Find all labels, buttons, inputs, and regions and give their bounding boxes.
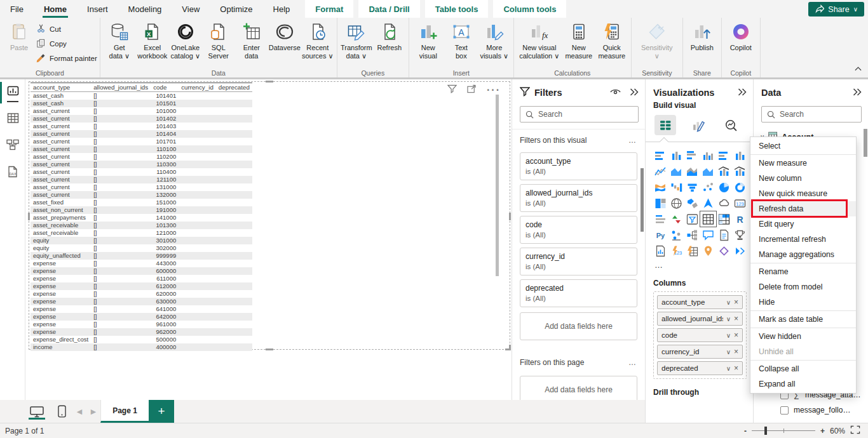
filters-visual-more-icon[interactable]: … [628, 136, 637, 145]
menu-item-refresh-data[interactable]: Refresh data [750, 201, 856, 216]
cut-button[interactable]: Cut [36, 23, 97, 36]
resize-handle-left[interactable] [28, 213, 30, 220]
kpi-icon[interactable] [669, 212, 684, 226]
new-visual-button[interactable]: Newvisual [412, 19, 445, 60]
table-row[interactable]: income[]400000 [31, 343, 252, 351]
paginated-report-icon[interactable]: 123 [669, 244, 684, 258]
ribbon-tab-modeling[interactable]: Modeling [118, 0, 172, 18]
filter-card-code[interactable]: codeis (All) [520, 216, 637, 244]
field-chip-currency_id[interactable]: currency_id∨× [657, 345, 743, 359]
decomposition-tree-icon[interactable] [685, 228, 700, 242]
ribbon-tab-view[interactable]: View [172, 0, 210, 18]
sidebar-model-view[interactable] [0, 133, 25, 159]
zoom-slider-thumb[interactable] [764, 427, 767, 435]
menu-item-view-hidden[interactable]: View hidden [750, 329, 856, 344]
table-row[interactable]: asset_cash[]101401 [31, 92, 252, 100]
chip-caret-icon[interactable]: ∨ [726, 299, 731, 306]
column-header-deprecated[interactable]: deprecated [216, 83, 252, 92]
menu-item-new-column[interactable]: New column [750, 171, 856, 186]
azure-map-icon[interactable] [701, 196, 715, 210]
chip-remove-icon[interactable]: × [734, 331, 738, 340]
more-visuals-button[interactable]: Morevisuals ∨ [478, 19, 511, 60]
treemap-icon[interactable] [653, 196, 668, 210]
map-icon[interactable] [669, 196, 684, 210]
ribbon-chart-icon[interactable] [653, 180, 668, 194]
share-button[interactable]: Share ∨ [808, 2, 864, 17]
table-row[interactable]: asset_current[]101402 [31, 115, 252, 123]
filter-card-deprecated[interactable]: deprecatedis (All) [520, 279, 637, 307]
scatter-chart-icon[interactable] [701, 180, 715, 194]
table-row[interactable]: equity_unaffected[]999999 [31, 252, 252, 260]
ribbon-tab-help[interactable]: Help [263, 0, 301, 18]
table-row[interactable]: asset_current[]101701 [31, 138, 252, 145]
stacked-bar-chart-icon[interactable] [653, 149, 668, 163]
data-scrollbar[interactable] [864, 129, 867, 157]
table-row[interactable]: asset_current[]110200 [31, 153, 252, 161]
slicer-icon[interactable] [685, 212, 700, 226]
matrix-icon[interactable] [717, 212, 731, 226]
100-stacked-column-chart-icon[interactable] [733, 149, 747, 163]
add-data-fields-page[interactable]: Add data fields here [520, 376, 637, 400]
table-row[interactable]: asset_current[]132000 [31, 191, 252, 199]
menu-item-new-measure[interactable]: New measure [750, 156, 856, 171]
zoom-in-button[interactable]: + [820, 427, 825, 435]
collapse-filters-icon[interactable] [630, 87, 639, 98]
menu-item-incremental-refresh[interactable]: Incremental refresh [750, 232, 856, 247]
eye-icon[interactable] [610, 87, 621, 98]
table-row[interactable]: asset_current[]110100 [31, 145, 252, 153]
chip-remove-icon[interactable]: × [734, 314, 738, 323]
next-page-icon[interactable]: ▶ [86, 400, 100, 423]
table-row[interactable]: equity[]302000 [31, 244, 252, 252]
chip-caret-icon[interactable]: ∨ [726, 348, 731, 355]
filter-card-currency_id[interactable]: currency_idis (All) [520, 248, 637, 275]
filter-card-allowed_journal_ids[interactable]: allowed_journal_idsis (All) [520, 184, 637, 212]
fit-to-page-icon[interactable] [850, 425, 860, 436]
table-row[interactable]: expense[]961000 [31, 321, 252, 328]
multi-row-card-icon[interactable] [653, 212, 668, 226]
clustered-column-chart-icon[interactable] [701, 149, 715, 163]
chip-remove-icon[interactable]: × [734, 364, 738, 373]
quick-measure-button[interactable]: Quickmeasure [595, 19, 628, 60]
menu-item-mark-as-date-table[interactable]: Mark as date table [750, 312, 856, 327]
metrics-icon[interactable] [733, 228, 747, 242]
table-row[interactable]: expense[]642000 [31, 313, 252, 321]
columns-field-well[interactable]: account_type∨×allowed_journal_ids∨×code∨… [653, 291, 747, 379]
stacked-area-chart-icon[interactable] [685, 164, 700, 178]
table-row[interactable]: expense[]611000 [31, 275, 252, 282]
column-header-allowed_journal_ids[interactable]: allowed_journal_ids [91, 83, 151, 92]
page-tab-1[interactable]: Page 1 [100, 400, 149, 423]
line-stacked-column-chart-icon[interactable] [717, 164, 731, 178]
table-row[interactable]: asset_receivable[]101300 [31, 222, 252, 229]
ribbon-tab-file[interactable]: File [0, 0, 34, 18]
column-header-code[interactable]: code [151, 83, 179, 92]
table-row[interactable]: equity[]301000 [31, 237, 252, 244]
table-row[interactable]: asset_cash[]101501 [31, 100, 252, 107]
area-chart-icon[interactable] [669, 164, 684, 178]
table-row[interactable]: asset_prepayments[]141000 [31, 214, 252, 222]
field-chip-code[interactable]: code∨× [657, 328, 743, 342]
menu-item-hide[interactable]: Hide [750, 295, 856, 310]
table-row[interactable]: asset_current[]131000 [31, 183, 252, 191]
field-chip-deprecated[interactable]: deprecated∨× [657, 361, 743, 375]
table-row[interactable]: asset_non_current[]191000 [31, 206, 252, 214]
table-row[interactable]: asset_current[]101000 [31, 107, 252, 115]
enter-data-button[interactable]: Enterdata [235, 19, 268, 60]
collapse-visualizations-icon[interactable] [738, 87, 747, 98]
table-row[interactable]: expense_direct_cost[]500000 [31, 336, 252, 343]
zoom-out-button[interactable]: - [744, 427, 747, 435]
visual-filter-icon[interactable] [447, 84, 457, 96]
python-icon[interactable]: Py [653, 228, 668, 242]
key-influencers-icon[interactable] [669, 228, 684, 242]
shape-map-icon[interactable] [717, 196, 731, 210]
sidebar-report-view[interactable] [0, 79, 25, 106]
table-row[interactable]: asset_current[]121100 [31, 176, 252, 183]
gallery-more-icon[interactable]: … [646, 258, 753, 270]
zoom-slider[interactable] [752, 430, 815, 431]
chip-caret-icon[interactable]: ∨ [726, 365, 731, 372]
table-row[interactable]: expense[]630000 [31, 298, 252, 305]
new-measure-button[interactable]: Newmeasure [562, 19, 595, 60]
excel-button[interactable]: XExcelworkbook [136, 19, 169, 60]
filters-scrollbar[interactable] [641, 168, 644, 232]
sql-button[interactable]: SQLServer [202, 19, 235, 60]
table-row[interactable]: asset_current[]110300 [31, 161, 252, 168]
